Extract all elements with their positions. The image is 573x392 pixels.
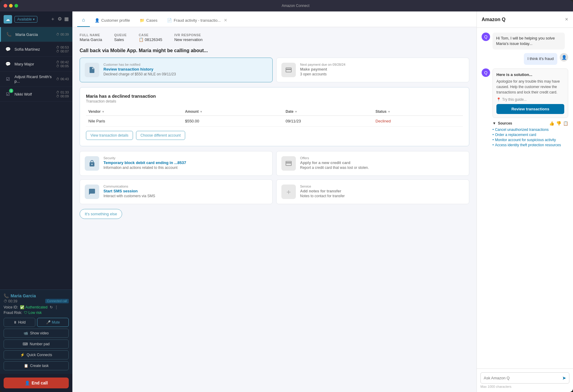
bot-avatar: Q	[482, 33, 490, 41]
settings-icon[interactable]: ⚙	[58, 16, 62, 22]
app-logo: ☁	[4, 15, 12, 24]
fullscreen-traffic-light[interactable]	[14, 4, 18, 8]
source-link-3[interactable]: • Monitor account for suspicious activit…	[492, 138, 568, 142]
action-card-notes[interactable]: ＋ Service Add notes for transfer Notes t…	[276, 179, 469, 204]
chat-icon: 💬	[4, 45, 12, 53]
folder-icon: 📁	[140, 18, 144, 23]
contact-item-maria-garcia[interactable]: 📞 Maria Garcia ⏱ 00:39	[0, 27, 72, 42]
something-else-button[interactable]: It's something else	[80, 209, 122, 219]
contact-times: ⏱ 00:39	[56, 33, 69, 36]
chat-bubble-user: I think it's fraud 👤	[482, 53, 568, 65]
contact-times: ⏱01:33 ⏱00:09	[56, 90, 69, 98]
document-svg	[88, 66, 96, 74]
contact-name: Mary Major	[14, 62, 54, 66]
add-icon[interactable]: ＋	[50, 16, 55, 22]
table-head: Vendor ▼ Amount ▼ Date ▼ Status ▼	[86, 108, 463, 116]
table-wrapper: Vendor ▼ Amount ▼ Date ▼ Status ▼ Nile P…	[86, 108, 463, 127]
contact-times: ⏱06:43	[56, 77, 69, 81]
chat-message-user: I think it's fraud	[524, 53, 557, 65]
tab-fraud-activity[interactable]: 📄 Fraud activity - transactio... ✕	[162, 14, 232, 27]
card-title: Review transaction history	[103, 67, 268, 71]
contact-item-sofia[interactable]: 💬 Sofía Martínez ⏱00:53 ⏱00:07	[0, 42, 72, 57]
action-card-security[interactable]: Security Temporary block debit card endi…	[80, 151, 273, 176]
chat-bubble-bot-1: Q Hi Tom, I will be helping you solve Ma…	[482, 33, 568, 49]
transaction-section: Maria has a declined transaction Transac…	[80, 87, 469, 146]
chat-message-bot-1: Hi Tom, I will be helping you solve Mari…	[492, 33, 565, 49]
connected-badge: Connected call	[45, 299, 69, 303]
main-content: ⌂ 👤 Customer profile 📁 Cases 📄 Fraud act…	[72, 11, 476, 392]
number-pad-button[interactable]: ⌨ Number pad	[4, 340, 69, 349]
contact-item-mary[interactable]: 💬 Mary Major ⏱00:42 ⏱00:05	[0, 57, 72, 71]
tab-customer-profile[interactable]: 👤 Customer profile	[90, 14, 135, 27]
plus-card-icon: ＋	[281, 185, 296, 199]
check-icon: ✅	[20, 305, 24, 309]
thumbs-down-icon[interactable]: 👎	[556, 121, 561, 126]
hold-mute-row: ⏸ Hold 🎤 Mute	[4, 318, 69, 327]
chat-bubble-bot-2: Q Here is a solution... Apologize for an…	[482, 68, 568, 148]
contact-times: ⏱00:53 ⏱00:07	[56, 46, 69, 53]
tabs-bar: ⌂ 👤 Customer profile 📁 Cases 📄 Fraud act…	[72, 11, 476, 27]
chat-send-button[interactable]: ➤	[562, 375, 566, 381]
card-title: Apply for a new credit card	[300, 160, 464, 165]
task-badge-icon: ☑1	[4, 90, 12, 98]
suggestion-card-payment[interactable]: Next payment due on 09/28/24 Make paymen…	[276, 58, 469, 82]
contact-info: Maria Garcia	[15, 32, 54, 37]
card-desc: Notes to contact for transfer	[300, 194, 464, 198]
refresh-icon[interactable]: ↻	[50, 305, 53, 309]
sort-icon: ▼	[102, 110, 105, 113]
action-cards-row: Security Temporary block debit card endi…	[80, 151, 469, 204]
sidebar-header: ☁ Available ▾ ＋ ⚙ ▦	[0, 11, 72, 27]
create-task-button[interactable]: 📋 Create task	[4, 361, 69, 370]
card-desc: Information and actions related to this …	[103, 166, 268, 170]
sms-card-icon	[85, 185, 99, 199]
amazon-q-title: Amazon Q	[482, 17, 505, 22]
ivr-label: IVR Response	[174, 33, 203, 37]
review-transactions-button[interactable]: Review transactions	[496, 104, 564, 114]
card-category: Offers	[300, 156, 464, 160]
thumbs-up-icon[interactable]: 👍	[549, 121, 554, 126]
active-call-timer: 00:39	[8, 299, 17, 303]
grid-icon[interactable]: ▦	[64, 16, 69, 22]
tab-home[interactable]: ⌂	[77, 14, 90, 27]
choose-different-account-button[interactable]: Choose different account	[136, 131, 185, 140]
amazon-q-close-button[interactable]: ×	[565, 16, 568, 23]
contact-times: ⏱00:42 ⏱00:05	[56, 60, 69, 68]
card-category: Security	[103, 156, 268, 160]
available-status-button[interactable]: Available ▾	[14, 16, 37, 23]
more-icon[interactable]: ⋮	[55, 305, 58, 309]
cell-status: Declined	[373, 116, 463, 127]
minimize-traffic-light[interactable]	[9, 4, 13, 8]
chat-input[interactable]	[484, 376, 560, 380]
doc-icon: 📄	[167, 18, 172, 23]
action-card-sms[interactable]: Communications Start SMS session Interac…	[80, 179, 273, 204]
copy-icon[interactable]: 📋	[563, 121, 568, 126]
action-card-offers[interactable]: Offers Apply for a new credit card Repor…	[276, 151, 469, 176]
contact-item-ricard[interactable]: ☑ Adjust Ricard Smith's p... ⏱06:43	[0, 71, 72, 87]
source-link-2[interactable]: • Order a replacement card	[492, 133, 568, 137]
suggestion-card-review[interactable]: Customer has be notified Review transact…	[80, 58, 273, 82]
cell-vendor: Nile Paris	[86, 116, 182, 127]
tab-close-icon[interactable]: ✕	[224, 18, 227, 23]
quick-connects-button[interactable]: ⚡ Quick Connects	[4, 350, 69, 359]
view-transaction-details-button[interactable]: View transaction details	[86, 131, 133, 140]
show-video-button[interactable]: 📹 Show video	[4, 329, 69, 338]
home-icon: ⌂	[82, 17, 85, 23]
source-link-4[interactable]: • Access identity theft protection resou…	[492, 143, 568, 147]
transaction-title: Maria has a declined transaction	[86, 93, 463, 99]
amazon-q-header: Amazon Q ×	[477, 11, 573, 28]
voice-id-label: Voice ID:	[4, 305, 18, 309]
end-call-button[interactable]: 👤 End call	[4, 378, 69, 388]
chat-input-area: ➤ Max 1000 characters	[477, 368, 573, 392]
card-desc: Declined charge of $550 at NILE on 09/11…	[103, 72, 268, 76]
sort-icon: ▼	[294, 110, 297, 113]
sources-header: ▼ Sources 👍 👎 📋	[492, 121, 568, 126]
contact-item-nikki[interactable]: ☑1 Nikki Wolf ⏱01:33 ⏱00:09	[0, 87, 72, 102]
mute-button[interactable]: 🎤 Mute	[37, 318, 69, 327]
tab-cases[interactable]: 📁 Cases	[135, 14, 162, 27]
hold-button[interactable]: ⏸ Hold	[4, 318, 35, 327]
solution-block: Here is a solution... Apologize for any …	[492, 68, 568, 118]
close-traffic-light[interactable]	[4, 4, 7, 8]
source-link-1[interactable]: • Cancel unauthorized transactions	[492, 128, 568, 132]
traffic-lights	[4, 4, 18, 8]
transaction-table: Vendor ▼ Amount ▼ Date ▼ Status ▼ Nile P…	[86, 108, 463, 127]
